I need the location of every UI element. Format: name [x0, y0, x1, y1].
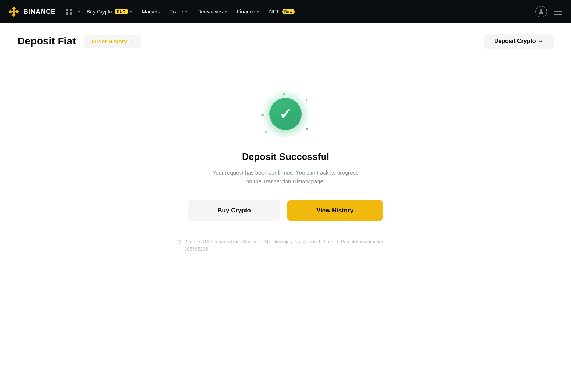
hamburger-line-3 [554, 14, 562, 15]
navbar-right [535, 6, 564, 17]
sparkle-3 [306, 128, 308, 130]
profile-icon[interactable] [535, 6, 547, 17]
user-icon [538, 8, 544, 15]
logo-text: BINANCE [23, 8, 56, 16]
derivatives-chevron: ▾ [225, 10, 227, 14]
view-history-button[interactable]: View History [287, 200, 383, 221]
nav-markets[interactable]: Markets [138, 9, 164, 15]
svg-rect-6 [70, 9, 72, 11]
action-buttons: Buy Crypto View History [188, 200, 382, 221]
main-content: ✓ Deposit Successful Your request has be… [0, 59, 571, 267]
page-header: Deposit Fiat Order History → Deposit Cry… [0, 23, 571, 59]
finance-chevron: ▾ [257, 10, 259, 14]
order-history-button[interactable]: Order History → [84, 35, 141, 48]
grid-menu-icon[interactable] [63, 6, 75, 17]
svg-marker-4 [12, 10, 16, 14]
nav-finance[interactable]: Finance ▾ [233, 9, 263, 15]
trade-chevron: ▾ [185, 10, 187, 14]
success-icon-container: ✓ [260, 89, 311, 140]
nav-buy-crypto[interactable]: Buy Crypto EUR ▾ [83, 9, 135, 15]
binance-logo-icon [7, 5, 20, 18]
navbar: BINANCE ▾ Buy Crypto EUR ▾ Markets Trade… [0, 0, 571, 23]
sparkle-1 [283, 93, 285, 95]
success-title: Deposit Successful [242, 151, 329, 162]
svg-rect-5 [66, 9, 68, 11]
svg-point-9 [540, 9, 542, 12]
svg-rect-7 [66, 12, 68, 15]
success-subtitle: Your request has been confirmed. You can… [209, 168, 362, 186]
eur-badge: EUR [115, 9, 127, 14]
checkmark-icon: ✓ [279, 107, 292, 121]
hamburger-line-1 [554, 9, 562, 9]
hamburger-line-2 [554, 11, 562, 12]
buy-crypto-chevron: ▾ [130, 10, 132, 14]
sparkle-2 [306, 99, 307, 101]
sparkle-5 [261, 114, 264, 116]
hamburger-menu[interactable] [553, 7, 564, 16]
grid-menu-chevron[interactable]: ▾ [78, 10, 80, 14]
shield-icon: 🛡 [176, 239, 181, 246]
new-badge: New [282, 9, 295, 14]
nav-nft[interactable]: NFT New [265, 9, 298, 15]
grid-icon [65, 8, 72, 15]
footer-note: 🛡 Binance UAB is part of this Service. U… [176, 238, 395, 252]
sparkle-4 [265, 131, 267, 133]
buy-crypto-button[interactable]: Buy Crypto [188, 200, 280, 221]
page-title: Deposit Fiat [17, 35, 76, 47]
nav-trade[interactable]: Trade ▾ [166, 9, 191, 15]
logo[interactable]: BINANCE [7, 5, 56, 18]
deposit-crypto-button[interactable]: Deposit Crypto → [484, 34, 554, 49]
success-circle: ✓ [269, 98, 302, 130]
nav-derivatives[interactable]: Derivatives ▾ [194, 9, 230, 15]
svg-rect-8 [70, 12, 72, 15]
